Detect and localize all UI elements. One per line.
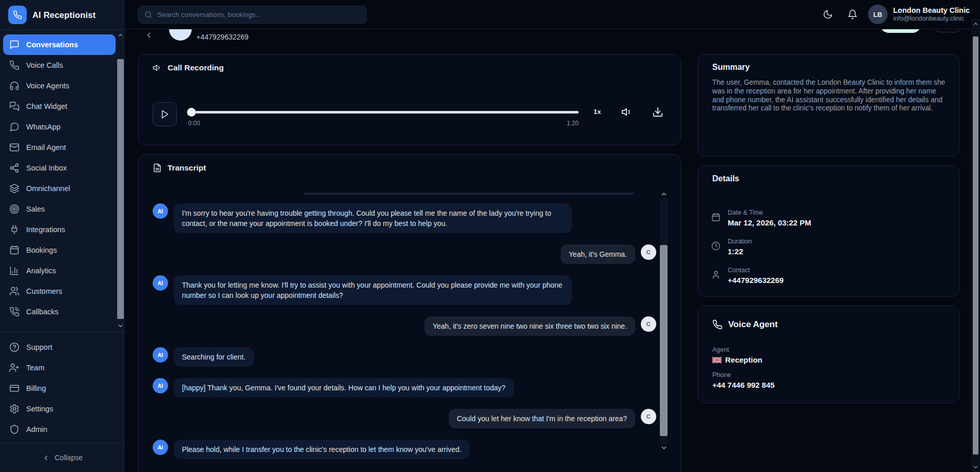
phone-icon <box>9 60 20 70</box>
play-icon <box>160 109 170 119</box>
status-badge[interactable] <box>880 29 921 33</box>
page-scrollbar-thumb[interactable] <box>973 36 978 455</box>
sidebar-item-settings[interactable]: Settings <box>3 399 116 419</box>
dark-mode-toggle[interactable] <box>823 9 833 20</box>
chevron-left-icon <box>42 454 50 462</box>
sidebar-item-analytics[interactable]: Analytics <box>3 260 116 281</box>
message-row-ai: AISearching for client. <box>153 347 656 367</box>
gear-icon <box>9 404 20 414</box>
sidebar-item-label: Voice Agents <box>26 82 69 90</box>
users-icon <box>9 286 20 296</box>
layers-icon <box>9 183 20 194</box>
total-time: 1:20 <box>558 120 579 127</box>
transcript-scroll-up-icon[interactable] <box>660 191 668 198</box>
play-button[interactable] <box>153 102 177 126</box>
sidebar-nav: ConversationsVoice CallsVoice AgentsChat… <box>0 30 125 332</box>
message-row-ai: AIPlease hold, while I transfer you to t… <box>153 440 656 459</box>
volume-button[interactable] <box>621 106 633 118</box>
sidebar-item-integrations[interactable]: Integrations <box>3 219 116 240</box>
details-title: Details <box>712 174 739 183</box>
search-input[interactable] <box>157 11 360 18</box>
sidebar-item-label: Bookings <box>26 246 57 254</box>
sidebar-item-omnichannel[interactable]: Omnichannel <box>3 178 116 199</box>
sidebar-item-label: Omnichannel <box>26 184 70 193</box>
sidebar-collapse-button[interactable]: Collapse <box>0 443 125 472</box>
download-button[interactable] <box>652 106 663 118</box>
voice-agent-title: Voice Agent <box>728 319 778 330</box>
calendar-icon <box>9 245 20 255</box>
sidebar-item-label: WhatsApp <box>26 123 61 131</box>
sidebar-item-email-agent[interactable]: Email Agent <box>3 137 116 158</box>
message-bubble: I'm sorry to hear you're having trouble … <box>174 203 572 233</box>
page-scroll-up-icon[interactable] <box>972 21 979 27</box>
sidebar-item-bookings[interactable]: Bookings <box>3 240 116 260</box>
share-icon <box>9 163 20 173</box>
sidebar-item-label: Voice Calls <box>26 61 63 69</box>
clock-icon <box>711 241 720 251</box>
agent-phone-label: Phone <box>712 371 731 379</box>
message-row-customer: Could you let her know that I'm in the r… <box>153 409 656 428</box>
search-icon <box>144 11 152 18</box>
file-text-icon <box>153 163 162 173</box>
nav-scroll-up-icon[interactable] <box>117 32 124 39</box>
playback-slider-thumb[interactable] <box>187 108 196 117</box>
message-bubble: Could you let her know that I'm in the r… <box>449 409 635 428</box>
search-box[interactable] <box>138 6 367 24</box>
sidebar-item-label: Chat Widget <box>26 102 67 110</box>
call-recording-title: Call Recording <box>168 63 224 72</box>
sidebar-item-admin[interactable]: Admin <box>3 419 116 440</box>
back-button[interactable] <box>144 31 153 40</box>
sidebar-item-label: Team <box>26 364 44 372</box>
target-icon <box>9 204 20 214</box>
sidebar-item-chat-widget[interactable]: Chat Widget <box>3 96 116 117</box>
detail-label: Duration <box>728 238 752 245</box>
nav-scrollbar-thumb[interactable] <box>117 59 124 319</box>
notifications-button[interactable] <box>847 9 858 20</box>
sidebar-item-voice-calls[interactable]: Voice Calls <box>3 55 116 75</box>
transcript-scroll-down-icon[interactable] <box>660 444 668 451</box>
sidebar-item-callbacks[interactable]: Callbacks <box>3 301 116 322</box>
chat-widget-icon <box>9 101 20 111</box>
header-action-button[interactable] <box>933 29 963 32</box>
transcript-card: Transcript AII'm sorry to hear you're ha… <box>138 154 681 472</box>
sidebar-item-label: Email Agent <box>26 143 66 152</box>
sidebar-item-sales[interactable]: Sales <box>3 199 116 219</box>
customer-avatar: C <box>641 316 656 332</box>
playback-speed-button[interactable]: 1x <box>594 108 601 116</box>
sidebar-item-label: Integrations <box>26 225 65 234</box>
app-logo: AI Receptionist <box>0 0 125 30</box>
summary-card: Summary The user, Gemma, contacted the L… <box>697 54 959 157</box>
ai-avatar: AI <box>153 347 168 363</box>
sidebar-item-customers[interactable]: Customers <box>3 281 116 301</box>
sidebar-item-team[interactable]: Team <box>3 357 116 378</box>
sidebar-item-social-inbox[interactable]: Social Inbox <box>3 158 116 178</box>
detail-value: 1:22 <box>728 247 752 256</box>
sidebar-item-conversations[interactable]: Conversations <box>3 34 116 55</box>
main-content: +447929632269 Call Recording 0:00 1:20 1… <box>125 29 971 472</box>
page-scroll-down-icon[interactable] <box>972 464 979 470</box>
sidebar-item-support[interactable]: Support <box>3 337 116 357</box>
sidebar-item-whatsapp[interactable]: WhatsApp <box>3 117 116 137</box>
detail-label: Date & Time <box>728 209 811 216</box>
ai-avatar: AI <box>153 378 168 393</box>
account-menu[interactable]: LB London Beauty Clinic info@londonbeaut… <box>868 5 970 24</box>
sidebar-item-label: Billing <box>26 384 46 392</box>
transcript-scrollbar-thumb[interactable] <box>660 245 668 436</box>
playback-slider[interactable] <box>188 111 579 114</box>
phone-callback-icon <box>9 307 20 317</box>
nav-scroll-down-icon[interactable] <box>117 323 124 329</box>
sidebar-item-billing[interactable]: Billing <box>3 378 116 399</box>
plug-icon <box>9 224 20 235</box>
message-bubble: [happy] Thank you, Gemma. I've found you… <box>174 378 514 398</box>
credit-card-icon <box>9 383 20 393</box>
sidebar-item-label: Support <box>26 343 52 351</box>
agent-phone-value: +44 7446 992 845 <box>712 381 774 389</box>
message-bubble: Searching for client. <box>174 347 254 367</box>
agent-value: Reception <box>712 355 763 364</box>
message-row-ai: AII'm sorry to hear you're having troubl… <box>153 203 656 233</box>
customer-avatar: C <box>641 244 656 260</box>
page-scrollbar[interactable] <box>971 19 980 472</box>
message-row-customer: Yeah, it's Gemma.C <box>153 244 656 264</box>
help-circle-icon <box>9 342 20 352</box>
sidebar-item-voice-agents[interactable]: Voice Agents <box>3 75 116 96</box>
